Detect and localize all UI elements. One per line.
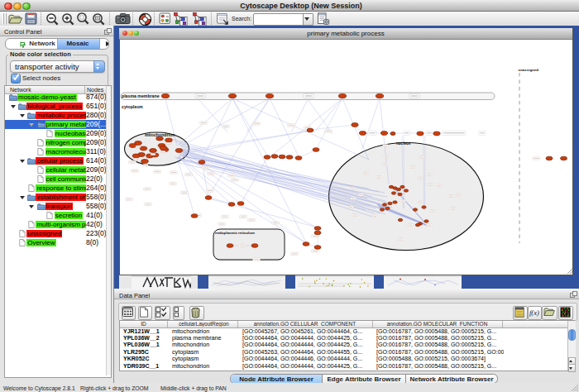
svg-text:unassigned: unassigned [519, 68, 539, 72]
svg-text:mitochondrion: mitochondrion [145, 132, 175, 137]
svg-text:f(x): f(x) [529, 308, 539, 317]
svg-text:cytoplasm: cytoplasm [122, 104, 143, 109]
svg-text:plasma membrane: plasma membrane [122, 93, 160, 98]
svg-text:nucleus: nucleus [396, 141, 411, 146]
svg-text:endoplasmic reticulum: endoplasmic reticulum [215, 231, 255, 235]
